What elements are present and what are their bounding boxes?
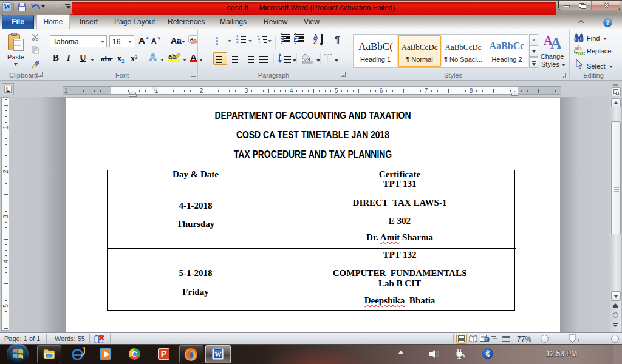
svg-text:A: A (550, 35, 561, 50)
